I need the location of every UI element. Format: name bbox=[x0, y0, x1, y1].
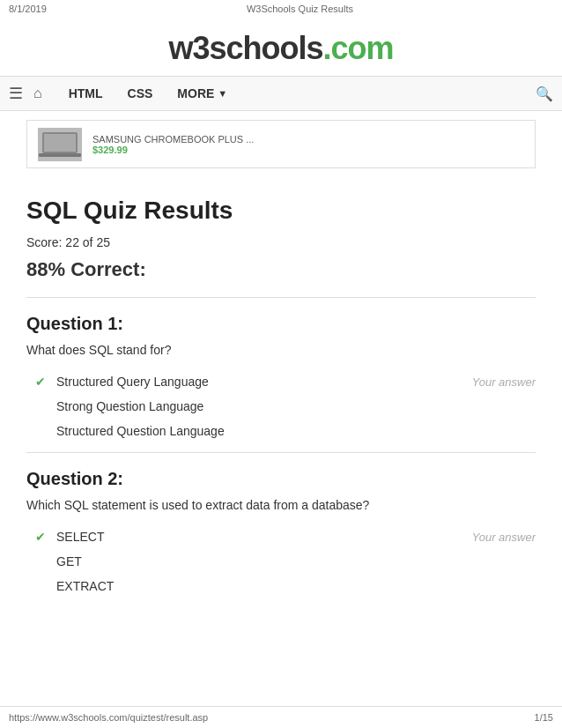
ad-image bbox=[38, 128, 82, 161]
logo-com: .com bbox=[323, 30, 394, 66]
percent-text: 88% Correct: bbox=[26, 258, 536, 281]
answer-label: Strong Question Language bbox=[56, 399, 203, 413]
page-title: SQL Quiz Results bbox=[26, 197, 536, 225]
question-2-text: Which SQL statement is used to extract d… bbox=[26, 498, 536, 512]
search-icon[interactable]: 🔍 bbox=[536, 85, 553, 102]
divider-1 bbox=[26, 297, 536, 298]
nav-bar: ☰ ⌂ HTML CSS MORE ▼ 🔍 bbox=[0, 76, 562, 111]
your-answer-badge: Your answer bbox=[472, 375, 536, 389]
question-2-title: Question 2: bbox=[26, 469, 536, 489]
ad-text: SAMSUNG CHROMEBOOK PLUS ... $329.99 bbox=[92, 134, 254, 155]
question-2-section: Question 2: Which SQL statement is used … bbox=[26, 469, 536, 598]
answer-item: Structured Question Language bbox=[35, 419, 536, 443]
divider-2 bbox=[26, 452, 536, 453]
answer-item: Strong Question Language bbox=[35, 394, 536, 419]
answer-item: EXTRACT bbox=[35, 574, 536, 598]
your-answer-badge: Your answer bbox=[472, 531, 536, 544]
browser-date: 8/1/2019 bbox=[9, 4, 47, 14]
answer-label: EXTRACT bbox=[56, 579, 114, 593]
answer-item: ✔ SELECT Your answer bbox=[35, 524, 536, 549]
answer-label: GET bbox=[56, 554, 82, 568]
question-2-answers: ✔ SELECT Your answer GET EXTRACT bbox=[35, 524, 536, 598]
logo-main: w3schools bbox=[168, 30, 322, 66]
chevron-down-icon: ▼ bbox=[218, 76, 227, 111]
correct-check-icon: ✔ bbox=[35, 530, 49, 544]
ad-banner: SAMSUNG CHROMEBOOK PLUS ... $329.99 bbox=[26, 120, 536, 168]
nav-more[interactable]: MORE ▼ bbox=[165, 76, 240, 111]
main-content: SQL Quiz Results Score: 22 of 25 88% Cor… bbox=[0, 177, 562, 625]
question-1-text: What does SQL stand for? bbox=[26, 343, 536, 357]
logo: w3schools.com bbox=[168, 30, 393, 66]
logo-area: w3schools.com bbox=[0, 18, 562, 76]
svg-rect-1 bbox=[44, 134, 76, 152]
hamburger-icon[interactable]: ☰ bbox=[9, 84, 23, 103]
ad-price: $329.99 bbox=[92, 145, 254, 155]
question-1-title: Question 1: bbox=[26, 314, 536, 334]
score-text: Score: 22 of 25 bbox=[26, 235, 536, 249]
answer-item: GET bbox=[35, 549, 536, 574]
correct-check-icon: ✔ bbox=[35, 375, 49, 389]
answer-item: ✔ Structured Query Language Your answer bbox=[35, 369, 536, 394]
question-1-answers: ✔ Structured Query Language Your answer … bbox=[35, 369, 536, 443]
nav-html[interactable]: HTML bbox=[56, 76, 115, 111]
top-bar: 8/1/2019 W3Schools Quiz Results bbox=[0, 0, 562, 18]
home-icon[interactable]: ⌂ bbox=[33, 85, 42, 101]
answer-label: Structured Question Language bbox=[56, 424, 225, 438]
answer-label: Structured Query Language bbox=[56, 375, 209, 389]
question-1-section: Question 1: What does SQL stand for? ✔ S… bbox=[26, 314, 536, 443]
answer-label: SELECT bbox=[56, 530, 104, 544]
nav-css[interactable]: CSS bbox=[115, 76, 166, 111]
laptop-icon bbox=[39, 129, 81, 160]
browser-title: W3Schools Quiz Results bbox=[247, 4, 353, 14]
ad-product-name: SAMSUNG CHROMEBOOK PLUS ... bbox=[92, 134, 254, 145]
svg-rect-2 bbox=[39, 153, 81, 157]
